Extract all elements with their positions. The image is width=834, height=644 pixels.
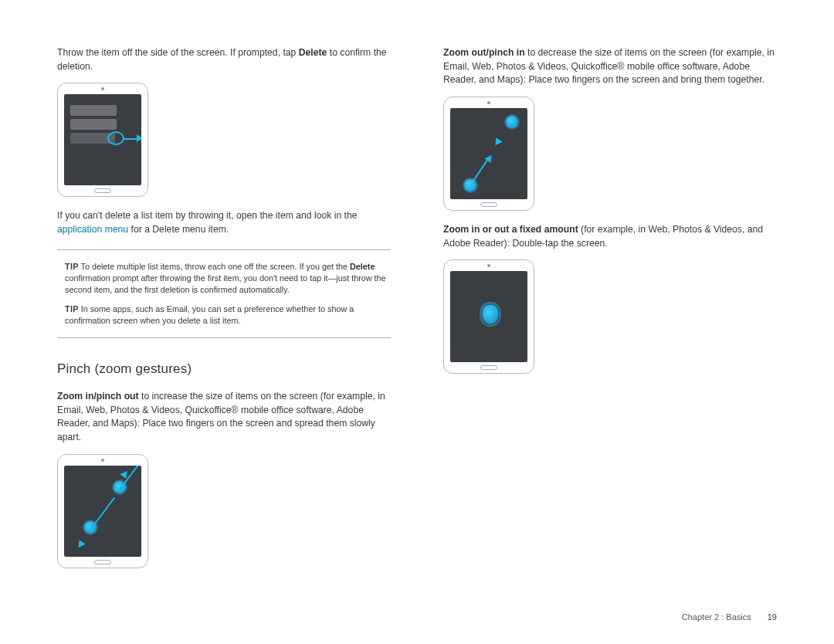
zoom-out-bold: Zoom out/pinch in xyxy=(443,47,525,58)
camera-dot xyxy=(487,101,490,104)
tablet-screen xyxy=(450,271,527,362)
gesture-line xyxy=(471,157,490,183)
list-item xyxy=(70,105,117,116)
double-tap-paragraph: Zoom in or out a fixed amount (for examp… xyxy=(443,223,777,250)
text: confirmation prompt after throwing the f… xyxy=(65,273,386,294)
tablet-screen xyxy=(450,108,527,199)
illustration-double-tap xyxy=(443,259,534,374)
application-menu-paragraph: If you can't delete a list item by throw… xyxy=(57,209,391,236)
illustration-pinch-in xyxy=(443,97,534,211)
tip-2: TIP In some apps, such as Email, you can… xyxy=(65,303,386,327)
swipe-arrow-icon xyxy=(107,132,141,144)
text: In some apps, such as Email, you can set… xyxy=(65,304,354,325)
touch-point-icon xyxy=(464,179,476,192)
left-column: Throw the item off the side of the scree… xyxy=(57,46,391,581)
text: Throw the item off the side of the scree… xyxy=(57,47,299,58)
arrow-in-icon xyxy=(492,137,502,147)
gesture-line xyxy=(90,497,115,530)
text: If you can't delete a list item by throw… xyxy=(57,210,357,221)
fixed-zoom-bold: Zoom in or out a fixed amount xyxy=(443,224,578,235)
section-heading-pinch: Pinch (zoom gestures) xyxy=(57,360,391,379)
chapter-label: Chapter 2 : Basics xyxy=(682,612,751,622)
tablet-screen xyxy=(64,94,141,185)
text: To delete multiple list items, throw eac… xyxy=(79,262,350,271)
arrow-out-icon xyxy=(75,540,85,550)
right-column: Zoom out/pinch in to decrease the size o… xyxy=(443,46,777,581)
tip-label: TIP xyxy=(65,262,79,271)
page-footer: Chapter 2 : Basics 19 xyxy=(682,612,777,624)
page-number: 19 xyxy=(768,612,777,622)
application-menu-link[interactable]: application menu xyxy=(57,224,128,235)
illustration-pinch-out xyxy=(57,454,148,568)
touch-point-icon xyxy=(506,116,518,128)
tip-box: TIP To delete multiple list items, throw… xyxy=(57,249,391,339)
zoom-out-paragraph: Zoom out/pinch in to decrease the size o… xyxy=(443,46,777,87)
home-button-icon xyxy=(480,365,497,370)
zoom-in-paragraph: Zoom in/pinch out to increase the size o… xyxy=(57,390,391,445)
home-button-icon xyxy=(94,188,111,193)
delete-bold: Delete xyxy=(350,262,375,271)
home-button-icon xyxy=(94,560,111,564)
zoom-in-bold: Zoom in/pinch out xyxy=(57,391,139,402)
home-button-icon xyxy=(480,202,497,207)
throw-delete-paragraph: Throw the item off the side of the scree… xyxy=(57,46,391,73)
delete-bold: Delete xyxy=(299,47,327,58)
camera-dot xyxy=(101,459,104,462)
camera-dot xyxy=(487,264,490,267)
tip-label: TIP xyxy=(65,304,79,314)
camera-dot xyxy=(101,87,104,90)
illustration-swipe-delete xyxy=(57,83,148,197)
text: for a Delete menu item. xyxy=(128,224,229,235)
list-item xyxy=(70,119,117,130)
tip-1: TIP To delete multiple list items, throw… xyxy=(65,261,386,296)
tablet-screen xyxy=(64,466,141,557)
